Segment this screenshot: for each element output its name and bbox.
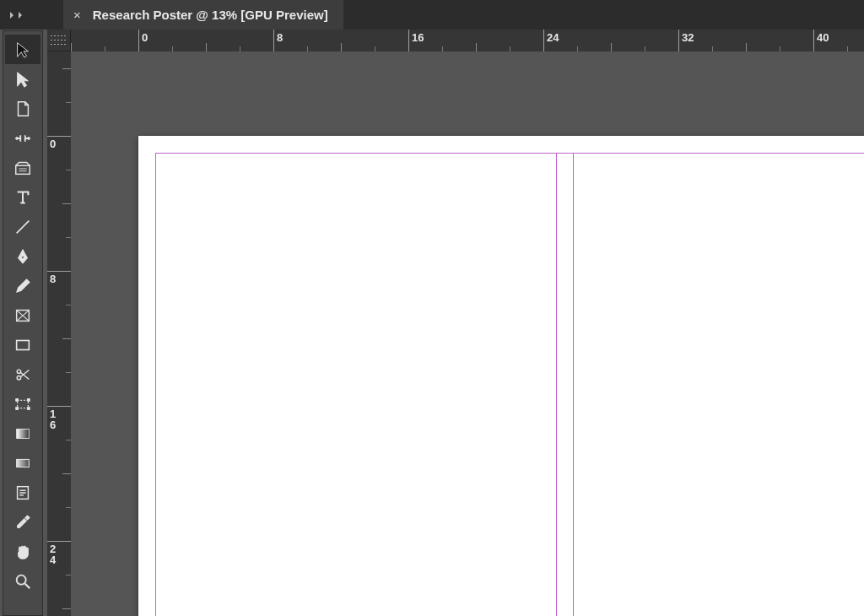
ruler-h-label: 32 — [682, 31, 694, 44]
zoom-tool[interactable] — [5, 566, 40, 596]
expand-panels-chevron[interactable] — [8, 7, 34, 24]
page[interactable] — [138, 136, 864, 616]
document-tab-title: Research Poster @ 13% [GPU Preview] — [93, 8, 328, 22]
app-root: × Research Poster @ 13% [GPU Preview] 08… — [0, 0, 864, 616]
page-tool[interactable] — [5, 94, 40, 123]
content-collector-tool[interactable] — [5, 153, 40, 182]
svg-rect-12 — [17, 459, 30, 467]
ruler-v-label: 24 — [50, 543, 56, 565]
free-transform-tool[interactable] — [5, 389, 40, 419]
type-tool[interactable] — [5, 182, 40, 212]
gap-tool[interactable] — [5, 123, 40, 153]
scissors-tool[interactable] — [5, 359, 40, 389]
svg-rect-10 — [28, 407, 30, 409]
ruler-h-label: 16 — [412, 31, 424, 44]
rectangle-tool[interactable] — [5, 330, 40, 359]
svg-point-15 — [17, 575, 26, 584]
rectangle-frame-tool[interactable] — [5, 300, 40, 330]
horizontal-ruler[interactable]: 0816243240 — [71, 30, 864, 52]
svg-rect-11 — [17, 429, 30, 438]
pen-tool[interactable] — [5, 241, 40, 271]
line-tool[interactable] — [5, 212, 40, 241]
svg-rect-7 — [16, 398, 19, 401]
tab-strip: × Research Poster @ 13% [GPU Preview] — [0, 0, 864, 30]
ruler-h-label: 0 — [142, 31, 148, 44]
note-tool[interactable] — [5, 478, 40, 507]
selection-tool[interactable] — [5, 35, 40, 64]
workarea: 0816243240 081624 — [47, 30, 864, 616]
gradient-swatch-tool[interactable] — [5, 419, 40, 448]
direct-selection-tool[interactable] — [5, 64, 40, 94]
ruler-v-label: 16 — [50, 408, 56, 430]
vertical-ruler[interactable]: 081624 — [47, 51, 72, 616]
svg-rect-3 — [17, 340, 30, 349]
document-tab[interactable]: × Research Poster @ 13% [GPU Preview] — [63, 0, 343, 30]
ruler-h-label: 24 — [547, 31, 559, 44]
ruler-v-label: 0 — [50, 138, 56, 149]
ruler-h-label: 40 — [817, 31, 829, 44]
close-tab-icon[interactable]: × — [73, 8, 81, 21]
svg-rect-9 — [16, 407, 19, 409]
pencil-tool[interactable] — [5, 271, 40, 300]
ruler-h-label: 8 — [277, 31, 283, 44]
canvas-viewport[interactable] — [71, 51, 864, 616]
svg-rect-6 — [18, 400, 29, 408]
svg-rect-0 — [16, 165, 30, 174]
tool-panel — [3, 30, 43, 616]
svg-rect-8 — [28, 398, 30, 401]
gradient-feather-tool[interactable] — [5, 448, 40, 478]
column-guides — [155, 153, 864, 616]
ruler-v-label: 8 — [50, 273, 56, 284]
ruler-origin[interactable] — [47, 30, 71, 51]
eyedropper-tool[interactable] — [5, 507, 40, 537]
hand-tool[interactable] — [5, 537, 40, 566]
